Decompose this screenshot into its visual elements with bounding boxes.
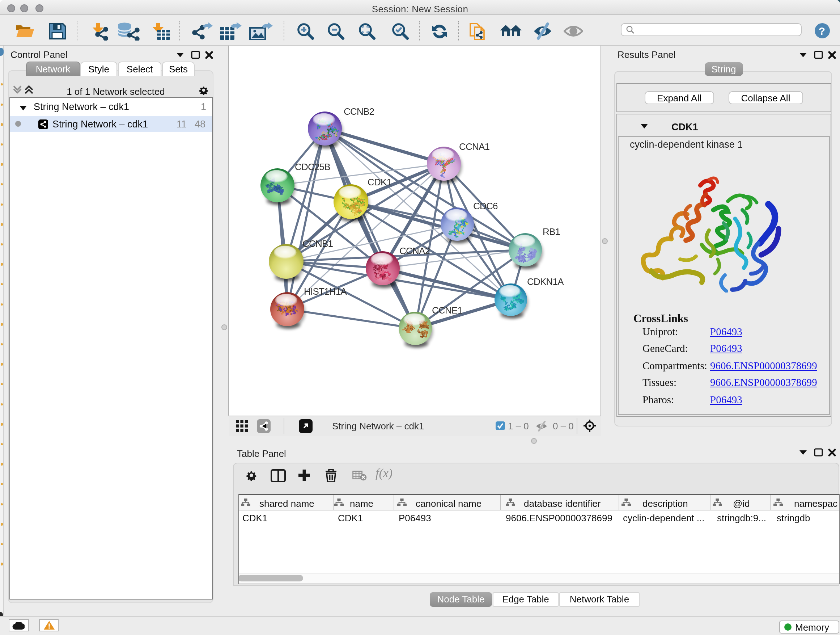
svg-text:CDC25B: CDC25B — [295, 161, 330, 172]
svg-text:CDKN1A: CDKN1A — [527, 276, 564, 287]
svg-text:CCNB2: CCNB2 — [344, 106, 374, 117]
svg-text:CCNA2: CCNA2 — [399, 245, 430, 256]
svg-text:CCNE1: CCNE1 — [432, 304, 462, 315]
svg-text:CDK1: CDK1 — [368, 176, 392, 187]
svg-text:CCNA1: CCNA1 — [459, 141, 489, 152]
svg-text:HIST1H1A: HIST1H1A — [304, 286, 347, 296]
svg-text:RB1: RB1 — [543, 226, 561, 237]
svg-text:CDC6: CDC6 — [473, 200, 498, 211]
svg-text:CCNB1: CCNB1 — [302, 238, 333, 249]
